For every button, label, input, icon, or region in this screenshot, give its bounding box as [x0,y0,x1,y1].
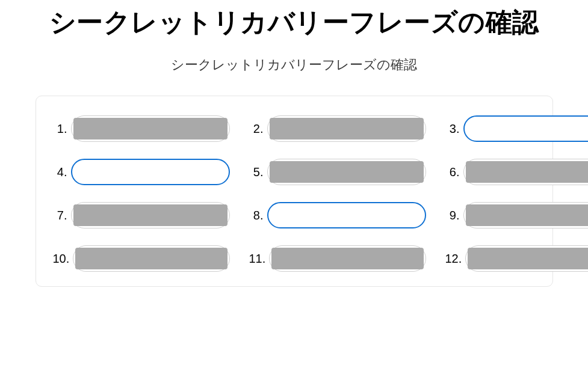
recovery-word-masked-6 [463,159,589,185]
recovery-word-masked-5 [267,159,426,185]
recovery-word-input-8[interactable] [274,204,419,226]
recovery-word-masked-11 [269,245,426,272]
recovery-word-label-10: 10. [53,252,70,266]
recovery-word-mask-11 [271,248,423,269]
recovery-word-cell-10: 10. [53,245,230,272]
recovery-word-mask-9 [466,204,589,226]
recovery-word-cell-1: 1. [53,115,230,142]
recovery-word-cell-3: 3. [445,115,589,142]
recovery-word-mask-5 [270,161,424,183]
recovery-word-mask-10 [75,248,227,269]
page-title: シークレットリカバリーフレーズの確認 [49,5,539,39]
recovery-word-mask-2 [270,118,424,139]
recovery-word-input-wrapper-3[interactable] [463,115,589,142]
recovery-word-label-7: 7. [53,209,67,222]
recovery-word-masked-1 [71,115,230,142]
recovery-word-input-wrapper-4[interactable] [71,159,230,185]
recovery-word-masked-2 [267,115,426,142]
recovery-word-label-8: 8. [249,209,264,222]
recovery-word-label-4: 4. [53,165,67,179]
recovery-word-input-wrapper-8[interactable] [267,202,426,228]
page-subtitle: シークレットリカバリーフレーズの確認 [171,56,417,74]
recovery-word-masked-12 [465,245,588,272]
recovery-word-mask-1 [73,118,227,139]
recovery-word-cell-2: 2. [249,115,426,142]
recovery-phrase-grid: 1.2.3.4.5.6.7.8.9.10.11.12. [53,115,536,272]
recovery-word-label-11: 11. [249,252,266,266]
recovery-word-label-12: 12. [445,252,462,266]
recovery-word-label-2: 2. [249,122,264,136]
recovery-word-label-1: 1. [53,122,67,136]
recovery-word-mask-7 [73,204,227,226]
recovery-phrase-panel: 1.2.3.4.5.6.7.8.9.10.11.12. [36,96,553,287]
recovery-word-cell-7: 7. [53,202,230,228]
recovery-word-label-6: 6. [445,165,460,179]
recovery-word-label-5: 5. [249,165,264,179]
recovery-word-input-3[interactable] [471,118,589,139]
recovery-word-label-9: 9. [445,209,460,222]
recovery-word-cell-9: 9. [445,202,589,228]
recovery-word-cell-11: 11. [249,245,426,272]
recovery-word-masked-10 [73,245,229,272]
recovery-word-label-3: 3. [445,122,460,136]
recovery-word-cell-6: 6. [445,159,589,185]
recovery-word-cell-5: 5. [249,159,426,185]
recovery-word-mask-12 [468,248,588,269]
recovery-word-masked-9 [463,202,589,228]
recovery-word-cell-12: 12. [445,245,589,272]
recovery-word-cell-8: 8. [249,202,426,228]
recovery-word-input-4[interactable] [78,161,223,183]
recovery-word-cell-4: 4. [53,159,230,185]
recovery-word-mask-6 [466,161,589,183]
recovery-word-masked-7 [71,202,230,228]
